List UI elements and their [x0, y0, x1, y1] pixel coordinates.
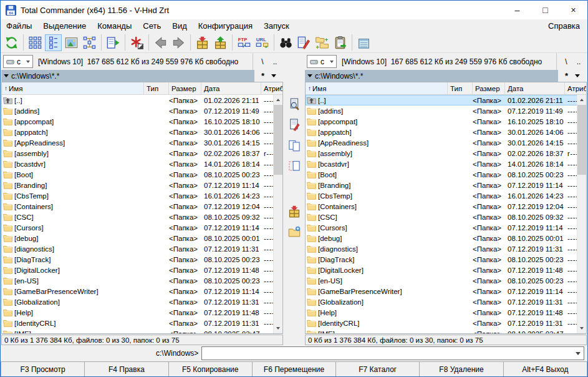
file-row[interactable]: [CbsTemp] <Папка> 16.01.2026 14:23 ----: [306, 190, 586, 201]
favorites-button[interactable]: *: [565, 71, 568, 81]
fn-f5-button[interactable]: F5 Копирование: [168, 361, 253, 376]
file-row[interactable]: [Help] <Папка> 07.12.2019 11:48 ----: [2, 307, 282, 318]
file-row[interactable]: [Boot] <Папка> 08.10.2025 00:23 ----: [306, 169, 586, 180]
file-row[interactable]: [appcompat] <Папка> 16.10.2025 18:10 ---…: [2, 116, 282, 127]
file-row[interactable]: [Globalization] <Папка> 07.12.2019 11:31…: [306, 296, 586, 307]
file-row[interactable]: [CSC] <Папка> 08.10.2025 09:32 ----: [306, 212, 586, 222]
scrollbar-thumb[interactable]: [577, 105, 587, 175]
refresh-button[interactable]: [3, 34, 20, 51]
file-row[interactable]: [IdentityCRL] <Папка> 07.12.2019 11:31 -…: [306, 318, 586, 328]
history-button[interactable]: [271, 74, 276, 77]
file-row[interactable]: [Globalization] <Папка> 07.12.2019 11:31…: [2, 296, 282, 307]
file-row[interactable]: [CbsTemp] <Папка> 16.01.2026 14:23 ----: [2, 190, 282, 201]
file-row[interactable]: [diagnostics] <Папка> 07.12.2019 11:31 -…: [2, 243, 282, 254]
file-row[interactable]: [assembly] <Папка> 02.02.2026 18:37 r---: [306, 148, 586, 159]
file-row[interactable]: [DigitalLocker] <Папка> 07.12.2019 11:48…: [2, 265, 282, 275]
fn-f3-button[interactable]: F3 Просмотр: [1, 361, 85, 376]
chevron-down-icon[interactable]: [576, 352, 581, 355]
column-header-type[interactable]: Тип: [144, 82, 169, 94]
fn-alt-f4-button[interactable]: Alt+F4 Выход: [503, 361, 587, 376]
command-input[interactable]: [201, 346, 584, 360]
file-row[interactable]: [appcompat] <Папка> 16.10.2025 18:10 ---…: [306, 116, 586, 127]
menu-команды[interactable]: Команды: [92, 21, 137, 31]
file-row[interactable]: [apppatch] <Папка> 30.01.2026 14:06 ----: [2, 127, 282, 137]
full-view-button[interactable]: [45, 34, 62, 51]
current-path[interactable]: c:\Windows\*.*: [1, 70, 254, 82]
menu-файлы[interactable]: Файлы: [1, 21, 37, 31]
file-row[interactable]: [Cursors] <Папка> 07.12.2019 11:14 ----: [306, 222, 586, 233]
fn-f8-button[interactable]: F8 Удаление: [419, 361, 503, 376]
file-row[interactable]: [debug] <Папка> 08.10.2025 00:01 ----: [306, 233, 586, 243]
tree-view-button[interactable]: [81, 34, 98, 51]
menu-выделение[interactable]: Выделение: [37, 21, 92, 31]
scroll-down-icon[interactable]: [274, 323, 283, 333]
notes-button[interactable]: [355, 34, 372, 51]
vertical-scrollbar[interactable]: [577, 95, 586, 333]
view-file-button[interactable]: [287, 97, 302, 112]
edit-file-button[interactable]: [287, 117, 302, 132]
file-row[interactable]: [en-US] <Папка> 08.10.2025 00:23 ----: [2, 275, 282, 286]
file-row[interactable]: [bcastdvr] <Папка> 14.01.2026 18:14 ----: [306, 159, 586, 169]
file-row[interactable]: [Boot] <Папка> 08.10.2025 00:23 ----: [2, 169, 282, 180]
fn-f6-button[interactable]: F6 Перемещение: [252, 361, 336, 376]
fn-f4-button[interactable]: F4 Правка: [84, 361, 168, 376]
file-row[interactable]: [addins] <Папка> 07.12.2019 11:49 ----: [306, 105, 586, 116]
root-dir-button[interactable]: \: [560, 55, 572, 68]
file-row[interactable]: [Branding] <Папка> 07.12.2019 11:14 ----: [306, 180, 586, 190]
column-header-attr[interactable]: Атриб: [261, 82, 282, 94]
column-header-name[interactable]: ↑Имя: [2, 82, 144, 94]
maximize-button[interactable]: □: [531, 1, 559, 19]
pack-files-button[interactable]: [287, 204, 302, 219]
file-row[interactable]: [AppReadiness] <Папка> 30.01.2026 14:15 …: [306, 137, 586, 148]
column-header-attr[interactable]: Атриб: [565, 82, 586, 94]
file-row[interactable]: [..] <Папка> 01.02.2026 21:11 ----: [2, 95, 282, 105]
file-row[interactable]: [apppatch] <Папка> 30.01.2026 14:06 ----: [306, 127, 586, 137]
file-row[interactable]: [Cursors] <Папка> 07.12.2019 11:14 ----: [2, 222, 282, 233]
ftp-connect-button[interactable]: [236, 34, 253, 51]
clipboard-button[interactable]: [332, 34, 349, 51]
file-row[interactable]: [en-US] <Папка> 08.10.2025 00:23 ----: [306, 275, 586, 286]
move-file-button[interactable]: [287, 159, 302, 174]
file-row[interactable]: [diagnostics] <Папка> 07.12.2019 11:31 -…: [306, 243, 586, 254]
scroll-up-icon[interactable]: [577, 95, 587, 105]
column-header-type[interactable]: Тип: [448, 82, 473, 94]
menu-help[interactable]: Справка: [542, 21, 587, 31]
menu-сеть[interactable]: Сеть: [137, 21, 166, 31]
column-header-size[interactable]: Размер: [473, 82, 505, 94]
history-button[interactable]: [575, 74, 580, 77]
file-row[interactable]: [CSC] <Папка> 08.10.2025 09:32 ----: [2, 212, 282, 222]
parent-dir-button[interactable]: ..: [269, 55, 281, 68]
scroll-up-icon[interactable]: [274, 95, 283, 105]
pack-button[interactable]: [194, 34, 211, 51]
drive-selector[interactable]: c: [3, 55, 33, 68]
forward-button[interactable]: [170, 34, 187, 51]
file-row[interactable]: [GameBarPresenceWriter] <Папка> 07.12.20…: [2, 286, 282, 296]
file-row[interactable]: [Containers] <Папка> 07.12.2019 12:04 --…: [2, 201, 282, 212]
column-header-date[interactable]: Дата: [505, 82, 565, 94]
parent-dir-button[interactable]: ..: [572, 55, 585, 68]
root-dir-button[interactable]: \: [256, 55, 269, 68]
file-row[interactable]: [DiagTrack] <Папка> 08.10.2025 00:23 ---…: [306, 254, 586, 265]
file-row[interactable]: [DigitalLocker] <Папка> 07.12.2019 11:48…: [306, 265, 586, 275]
copy-file-button[interactable]: [287, 138, 302, 153]
file-row[interactable]: [addins] <Папка> 07.12.2019 11:49 ----: [2, 105, 282, 116]
current-path[interactable]: c:\Windows\*.*: [305, 70, 558, 82]
unpack-button[interactable]: [212, 34, 229, 51]
sync-dirs-button[interactable]: [314, 34, 330, 51]
fn-f7-button[interactable]: F7 Каталог: [335, 361, 420, 376]
file-row[interactable]: [bcastdvr] <Папка> 14.01.2026 18:14 ----: [2, 159, 282, 169]
thumbnails-view-button[interactable]: [63, 34, 80, 51]
quick-view-button[interactable]: [105, 34, 122, 51]
back-button[interactable]: [152, 34, 169, 51]
column-header-name[interactable]: ↑Имя: [306, 82, 448, 94]
file-row[interactable]: [Help] <Папка> 07.12.2019 11:48 ----: [306, 307, 586, 318]
file-row[interactable]: [IME] <Папка> 08.10.2025 03:47 ----: [306, 328, 586, 333]
filter-button[interactable]: [128, 34, 145, 51]
file-row[interactable]: [AppReadiness] <Папка> 30.01.2026 14:15 …: [2, 137, 282, 148]
favorites-button[interactable]: *: [261, 71, 264, 81]
file-row[interactable]: [IME] <Папка> 08.10.2025 03:47 ----: [2, 328, 282, 333]
file-row[interactable]: [DiagTrack] <Папка> 08.10.2025 00:23 ---…: [2, 254, 282, 265]
drive-selector[interactable]: c: [307, 55, 337, 68]
file-row[interactable]: [Branding] <Папка> 07.12.2019 11:14 ----: [2, 180, 282, 190]
menu-вид[interactable]: Вид: [166, 21, 193, 31]
